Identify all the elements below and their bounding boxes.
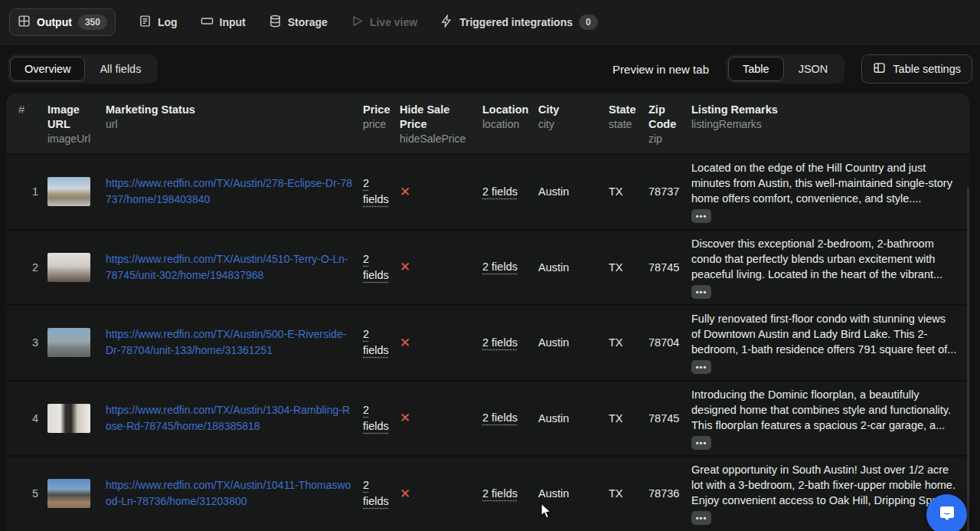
state-cell: TX [609,487,639,500]
remarks-text: Introducing the Dominic floorplan, a bea… [691,387,957,433]
location-fields-link[interactable]: 2 fields [482,487,518,500]
column-header-hide-sale-price[interactable]: Hide Sale Price hideSalePrice [400,103,473,146]
city-cell: Austin [538,261,599,274]
expand-remarks-button[interactable]: ••• [691,209,711,223]
location-fields-link[interactable]: 2 fields [482,185,518,198]
table-row: 5 https://www.redfin.com/TX/Austin/10411… [6,455,969,531]
listing-thumbnail[interactable] [47,404,90,433]
listing-remarks-cell: Discover this exceptional 2-bedroom, 2-b… [691,236,957,299]
expand-remarks-button[interactable]: ••• [691,285,711,299]
column-header-index: # [18,103,38,117]
hide-sale-price-false-icon: ✕ [400,335,473,351]
table-settings-button[interactable]: Table settings [861,54,972,84]
remarks-text: Fully renovated first-floor condo with s… [691,311,957,357]
listing-url-link[interactable]: https://www.redfin.com/TX/Austin/278-Ecl… [106,175,354,208]
column-header-price[interactable]: Price price [363,103,390,132]
city-cell: Austin [538,412,599,424]
hide-sale-price-false-icon: ✕ [400,486,473,502]
top-tab-bar: Output 350 Log Input Storage Live view T… [0,0,980,44]
listing-url-link[interactable]: https://www.redfin.com/TX/Austin/10411-T… [106,477,354,510]
listing-url-link[interactable]: https://www.redfin.com/TX/Austin/500-E-R… [106,326,354,359]
table-body: 1 https://www.redfin.com/TX/Austin/278-E… [6,153,969,531]
state-cell: TX [609,412,639,424]
column-header-image-url[interactable]: Image URL imageUrl [47,103,96,146]
format-segmented-control: Table JSON [726,54,844,84]
integrations-icon [440,15,453,30]
output-count-badge: 350 [78,15,107,30]
view-toolbar: Overview All fields Preview in new tab T… [0,44,980,93]
zip-cell: 78745 [648,261,682,274]
image-url-cell[interactable] [47,404,96,433]
row-index: 5 [18,487,38,500]
tab-input[interactable]: Input [201,15,246,30]
listing-url-link[interactable]: https://www.redfin.com/TX/Austin/4510-Te… [106,251,354,284]
location-fields-link[interactable]: 2 fields [482,336,518,349]
row-index: 2 [18,261,38,274]
listing-remarks-cell: Located on the edge of the Hill Country … [691,160,957,223]
image-url-cell[interactable] [47,328,96,357]
expand-remarks-button[interactable]: ••• [691,511,711,525]
listing-thumbnail[interactable] [47,177,90,206]
listing-remarks-cell: Great opportunity in South Austin! Just … [691,462,957,525]
listing-remarks-cell: Introducing the Dominic floorplan, a bea… [691,387,957,450]
price-fields-link[interactable]: 2 fields [363,404,389,432]
tab-triggered-integrations[interactable]: Triggered integrations 0 [440,15,598,30]
remarks-text: Discover this exceptional 2-bedroom, 2-b… [691,236,957,282]
listing-remarks-cell: Fully renovated first-floor condo with s… [691,311,957,374]
column-header-marketing-status[interactable]: Marketing Status url [106,103,354,132]
state-cell: TX [609,185,639,198]
image-url-cell[interactable] [47,479,96,508]
tab-live-view[interactable]: Live view [351,15,417,30]
table-header-row: # Image URL imageUrl Marketing Status ur… [6,93,969,153]
expand-remarks-button[interactable]: ••• [691,360,711,374]
listing-thumbnail[interactable] [47,479,90,508]
image-url-cell[interactable] [47,177,96,206]
tab-table-format[interactable]: Table [728,57,784,81]
row-index: 3 [18,336,38,349]
table-settings-label: Table settings [893,63,961,75]
price-fields-link[interactable]: 2 fields [363,479,389,507]
location-fields-link[interactable]: 2 fields [482,411,518,424]
chat-launcher-button[interactable] [926,494,967,531]
city-cell: Austin [538,487,599,500]
price-fields-link[interactable]: 2 fields [363,253,389,281]
vertical-scrollbar[interactable] [967,187,969,531]
tab-log-label: Log [158,16,178,28]
hide-sale-price-false-icon: ✕ [400,259,473,275]
tab-output-label: Output [37,16,72,28]
column-header-location[interactable]: Location location [482,103,529,132]
hide-sale-price-false-icon: ✕ [400,410,473,426]
table-layout-icon [873,61,886,77]
tab-output[interactable]: Output 350 [9,8,116,36]
price-fields-link[interactable]: 2 fields [363,177,389,205]
hide-sale-price-false-icon: ✕ [400,184,473,200]
zip-cell: 78736 [648,487,682,500]
location-fields-link[interactable]: 2 fields [482,261,518,273]
price-fields-link[interactable]: 2 fields [363,328,389,356]
listing-thumbnail[interactable] [47,328,90,357]
row-index: 4 [18,412,38,424]
tab-live-view-label: Live view [370,16,417,28]
chat-icon [938,504,956,526]
column-header-city[interactable]: City city [538,103,599,132]
log-icon [139,15,152,30]
listing-url-link[interactable]: https://www.redfin.com/TX/Austin/1304-Ra… [106,402,354,434]
column-header-state[interactable]: State state [609,103,639,132]
column-header-listing-remarks[interactable]: Listing Remarks listingRemarks [691,103,957,132]
city-cell: Austin [538,185,599,198]
tab-storage[interactable]: Storage [269,15,328,30]
row-index: 1 [18,185,38,198]
remarks-text: Located on the edge of the Hill Country … [691,160,957,206]
input-icon [201,15,214,30]
expand-remarks-button[interactable]: ••• [691,436,711,450]
column-header-zip-code[interactable]: Zip Code zip [648,103,682,146]
image-url-cell[interactable] [47,253,96,282]
state-cell: TX [609,261,639,274]
table-row: 3 https://www.redfin.com/TX/Austin/500-E… [6,304,969,380]
tab-all-fields[interactable]: All fields [85,57,155,81]
preview-in-new-tab-link[interactable]: Preview in new tab [612,63,709,76]
tab-json-format[interactable]: JSON [784,57,843,81]
tab-log[interactable]: Log [139,15,178,30]
tab-overview[interactable]: Overview [10,57,85,81]
listing-thumbnail[interactable] [47,253,90,282]
